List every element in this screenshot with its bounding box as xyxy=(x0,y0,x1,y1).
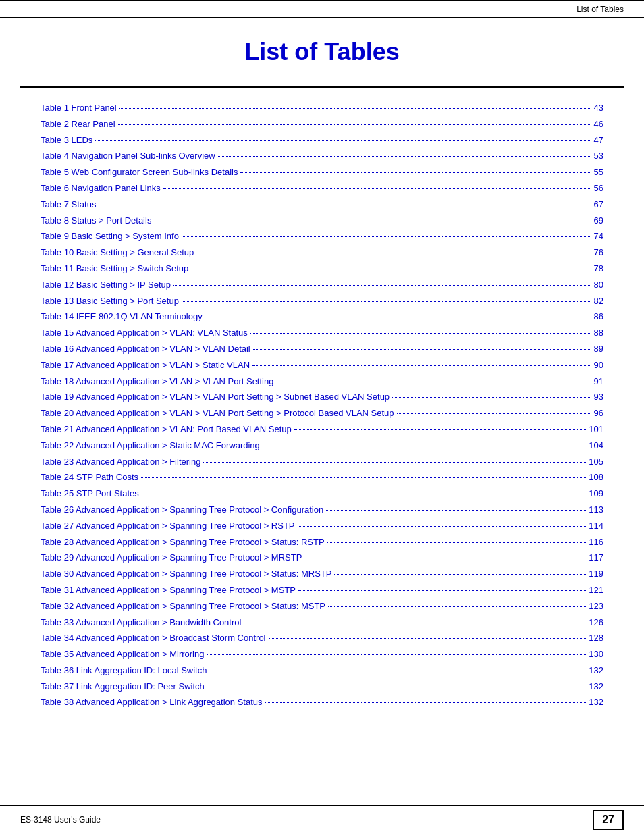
toc-page: 76 xyxy=(594,246,603,260)
toc-entry[interactable]: Table 11 Basic Setting > Switch Setup78 xyxy=(41,262,603,276)
toc-entry[interactable]: Table 5 Web Configurator Screen Sub-link… xyxy=(41,165,603,180)
toc-page: 109 xyxy=(589,487,603,501)
toc-dots xyxy=(397,413,591,414)
toc-page: 126 xyxy=(589,616,603,630)
toc-entry[interactable]: Table 27 Advanced Application > Spanning… xyxy=(41,519,603,533)
toc-page: 116 xyxy=(589,536,603,550)
toc-entry[interactable]: Table 33 Advanced Application > Bandwidt… xyxy=(41,616,603,630)
toc-entry[interactable]: Table 9 Basic Setting > System Info74 xyxy=(41,230,603,244)
toc-page: 119 xyxy=(589,567,603,581)
toc-entry[interactable]: Table 25 STP Port States109 xyxy=(41,487,603,501)
toc-entry[interactable]: Table 20 Advanced Application > VLAN > V… xyxy=(41,407,603,421)
toc-dots xyxy=(326,510,586,511)
toc-page: 132 xyxy=(589,696,603,710)
toc-entry[interactable]: Table 37 Link Aggregation ID: Peer Switc… xyxy=(41,680,603,694)
toc-page: 88 xyxy=(594,326,603,340)
toc-dots xyxy=(207,687,586,687)
toc-entry[interactable]: Table 23 Advanced Application > Filterin… xyxy=(41,455,603,469)
toc-label: Table 1 Front Panel xyxy=(41,101,117,115)
toc-entry[interactable]: Table 29 Advanced Application > Spanning… xyxy=(41,551,603,565)
toc-label: Table 15 Advanced Application > VLAN: VL… xyxy=(41,326,248,340)
page-container: List of Tables List of Tables Table 1 Fr… xyxy=(0,0,644,834)
toc-dots xyxy=(240,172,591,173)
toc-label: Table 2 Rear Panel xyxy=(41,118,115,132)
toc-page: 69 xyxy=(594,214,603,228)
toc-dots xyxy=(205,317,591,317)
toc-page: 55 xyxy=(594,165,603,180)
toc-entry[interactable]: Table 6 Navigation Panel Links56 xyxy=(41,182,603,196)
toc-label: Table 6 Navigation Panel Links xyxy=(41,182,161,196)
toc-entry[interactable]: Table 26 Advanced Application > Spanning… xyxy=(41,503,603,517)
toc-label: Table 27 Advanced Application > Spanning… xyxy=(41,519,295,533)
footer-page-number: 27 xyxy=(593,810,624,830)
toc-entry[interactable]: Table 38 Advanced Application > Link Agg… xyxy=(41,696,603,710)
toc-entry[interactable]: Table 28 Advanced Application > Spanning… xyxy=(41,536,603,550)
toc-page: 130 xyxy=(589,648,603,662)
toc-dots xyxy=(119,108,591,109)
toc-dots xyxy=(209,671,586,671)
toc-entry[interactable]: Table 8 Status > Port Details69 xyxy=(41,214,603,228)
toc-entry[interactable]: Table 7 Status67 xyxy=(41,198,603,212)
toc-dots xyxy=(196,253,591,253)
footer-left-text: ES-3148 User's Guide xyxy=(20,815,101,825)
toc-entry[interactable]: Table 10 Basic Setting > General Setup76 xyxy=(41,246,603,260)
toc-label: Table 10 Basic Setting > General Setup xyxy=(41,246,194,260)
toc-dots xyxy=(252,365,591,366)
toc-entry[interactable]: Table 19 Advanced Application > VLAN > V… xyxy=(41,390,603,405)
toc-entry[interactable]: Table 35 Advanced Application > Mirrorin… xyxy=(41,648,603,662)
page-title-section: List of Tables xyxy=(20,18,624,88)
toc-label: Table 23 Advanced Application > Filterin… xyxy=(41,455,200,469)
toc-entry[interactable]: Table 32 Advanced Application > Spanning… xyxy=(41,600,603,614)
toc-page: 56 xyxy=(594,182,603,196)
toc-dots xyxy=(327,542,587,543)
toc-page: 132 xyxy=(589,680,603,694)
toc-entry[interactable]: Table 21 Advanced Application > VLAN: Po… xyxy=(41,423,603,437)
toc-page: 46 xyxy=(594,118,603,132)
toc-dots xyxy=(276,382,591,382)
toc-entry[interactable]: Table 31 Advanced Application > Spanning… xyxy=(41,583,603,598)
toc-dots xyxy=(328,606,586,607)
toc-page: 113 xyxy=(589,503,603,517)
toc-entry[interactable]: Table 30 Advanced Application > Spanning… xyxy=(41,567,603,581)
toc-label: Table 37 Link Aggregation ID: Peer Switc… xyxy=(41,680,205,694)
header-text: List of Tables xyxy=(576,5,624,14)
toc-dots xyxy=(392,397,591,398)
toc-page: 89 xyxy=(594,342,603,357)
toc-dots xyxy=(294,429,586,430)
toc-entry[interactable]: Table 22 Advanced Application > Static M… xyxy=(41,439,603,453)
toc-entry[interactable]: Table 1 Front Panel43 xyxy=(41,101,603,115)
toc-entry[interactable]: Table 24 STP Path Costs108 xyxy=(41,471,603,485)
toc-entry[interactable]: Table 14 IEEE 802.1Q VLAN Terminology86 xyxy=(41,310,603,324)
toc-label: Table 3 LEDs xyxy=(41,134,92,148)
toc-dots xyxy=(182,236,591,237)
toc-page: 47 xyxy=(594,134,603,148)
toc-dots xyxy=(163,188,591,189)
header-bar: List of Tables xyxy=(0,0,644,18)
toc-page: 105 xyxy=(589,455,603,469)
toc-dots xyxy=(142,494,587,494)
toc-page: 96 xyxy=(594,407,603,421)
toc-dots xyxy=(298,526,587,527)
toc-entry[interactable]: Table 3 LEDs47 xyxy=(41,134,603,148)
toc-label: Table 19 Advanced Application > VLAN > V… xyxy=(41,390,390,405)
toc-dots xyxy=(191,269,591,269)
toc-entry[interactable]: Table 34 Advanced Application > Broadcas… xyxy=(41,631,603,646)
toc-page: 67 xyxy=(594,198,603,212)
toc-entry[interactable]: Table 18 Advanced Application > VLAN > V… xyxy=(41,375,603,389)
toc-label: Table 21 Advanced Application > VLAN: Po… xyxy=(41,423,292,437)
toc-dots xyxy=(298,590,586,591)
toc-entry[interactable]: Table 13 Basic Setting > Port Setup82 xyxy=(41,294,603,309)
toc-entry[interactable]: Table 12 Basic Setting > IP Setup80 xyxy=(41,278,603,292)
toc-dots xyxy=(182,301,591,302)
toc-entry[interactable]: Table 36 Link Aggregation ID: Local Swit… xyxy=(41,664,603,678)
toc-entry[interactable]: Table 16 Advanced Application > VLAN > V… xyxy=(41,342,603,357)
toc-page: 82 xyxy=(594,294,603,309)
toc-dots xyxy=(269,638,587,639)
toc-entry[interactable]: Table 17 Advanced Application > VLAN > S… xyxy=(41,359,603,373)
toc-entry[interactable]: Table 4 Navigation Panel Sub-links Overv… xyxy=(41,149,603,163)
toc-page: 123 xyxy=(589,600,603,614)
toc-entry[interactable]: Table 15 Advanced Application > VLAN: VL… xyxy=(41,326,603,340)
toc-label: Table 29 Advanced Application > Spanning… xyxy=(41,551,302,565)
toc-label: Table 7 Status xyxy=(41,198,96,212)
toc-entry[interactable]: Table 2 Rear Panel46 xyxy=(41,118,603,132)
